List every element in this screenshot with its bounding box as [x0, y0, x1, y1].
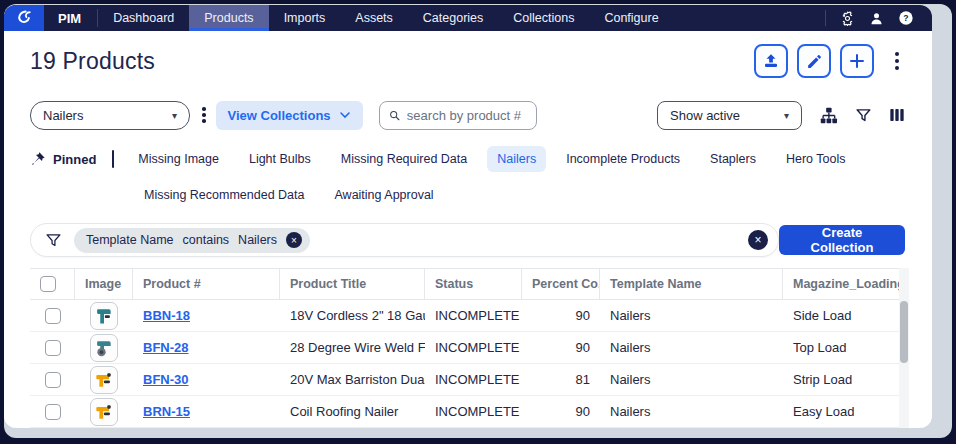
- columns-icon[interactable]: [889, 107, 905, 123]
- template-name-cell: Nailers: [600, 300, 783, 332]
- product-title-cell: 20V Max Barriston Dual ...: [280, 364, 425, 396]
- filter-chip: Template Name contains Nailers ×: [74, 228, 310, 253]
- magazine-loading-cell: Top Load: [783, 332, 899, 364]
- app-card: PIM Dashboard Products Imports Assets Ca…: [4, 5, 932, 428]
- product-link[interactable]: BRN-15: [143, 404, 190, 419]
- product-number-cell: BBN-18: [133, 300, 280, 332]
- tab-missing-recommended-data[interactable]: Missing Recommended Data: [134, 182, 315, 208]
- product-link[interactable]: BBN-18: [143, 308, 190, 323]
- filter-funnel-icon[interactable]: [855, 107, 872, 124]
- product-image-cell: [75, 300, 133, 332]
- svg-text:?: ?: [903, 13, 908, 23]
- settings-gear-icon[interactable]: [840, 11, 855, 26]
- user-profile-icon[interactable]: [869, 11, 884, 26]
- more-actions-menu[interactable]: [889, 48, 905, 74]
- tab-incomplete-products[interactable]: Incomplete Products: [556, 146, 690, 172]
- tab-staplers[interactable]: Staplers: [700, 146, 766, 172]
- select-all-cell: [30, 268, 75, 300]
- filter-chip-field: Template Name: [86, 233, 174, 247]
- app-window: PIM Dashboard Products Imports Assets Ca…: [4, 4, 952, 438]
- product-number-cell: BFN-30: [133, 364, 280, 396]
- col-header-product-title[interactable]: Product Title: [280, 268, 425, 300]
- row-select-cell: [30, 332, 75, 364]
- product-thumbnail[interactable]: [90, 398, 118, 426]
- col-header-percent-complete[interactable]: Percent Co...: [522, 268, 600, 300]
- nav-item-categories[interactable]: Categories: [408, 5, 498, 31]
- chevron-down-icon: [339, 109, 351, 121]
- view-collections-button[interactable]: View Collections: [216, 101, 363, 130]
- nav-item-products[interactable]: Products: [189, 5, 268, 31]
- product-thumbnail[interactable]: [90, 366, 118, 394]
- row-checkbox[interactable]: [45, 404, 61, 420]
- status-cell: INCOMPLETE: [425, 396, 522, 428]
- nav-item-configure[interactable]: Configure: [589, 5, 673, 31]
- tab-missing-image[interactable]: Missing Image: [128, 146, 229, 172]
- product-title-cell: 28 Degree Wire Weld Fra...: [280, 332, 425, 364]
- status-cell: INCOMPLETE: [425, 300, 522, 332]
- nav-item-imports[interactable]: Imports: [269, 5, 341, 31]
- tab-awaiting-approval[interactable]: Awaiting Approval: [325, 182, 444, 208]
- pencil-icon: [806, 53, 823, 70]
- scrollbar-thumb[interactable]: [900, 301, 908, 363]
- select-all-checkbox[interactable]: [40, 276, 56, 292]
- percent-cell: 90: [522, 332, 600, 364]
- col-header-magazine-loading[interactable]: Magazine_Loading: [783, 268, 899, 300]
- nav-item-assets[interactable]: Assets: [340, 5, 408, 31]
- product-thumbnail[interactable]: [90, 334, 118, 362]
- saved-view-select[interactable]: Nailers ▾: [30, 101, 190, 130]
- show-active-select[interactable]: Show active ▾: [657, 101, 802, 130]
- product-thumbnail[interactable]: [90, 302, 118, 330]
- edit-button[interactable]: [797, 44, 831, 78]
- filter-chip-operator: contains: [183, 233, 230, 247]
- product-image-cell: [75, 332, 133, 364]
- row-select-cell: [30, 364, 75, 396]
- page-title: 19 Products: [30, 48, 155, 75]
- product-search: [379, 101, 537, 130]
- nav-item-dashboard[interactable]: Dashboard: [98, 5, 189, 31]
- caret-down-icon: ▾: [784, 110, 789, 121]
- col-header-status[interactable]: Status: [425, 268, 522, 300]
- product-image-cell: [75, 364, 133, 396]
- remove-filter-icon[interactable]: ×: [286, 232, 302, 248]
- col-header-product-number[interactable]: Product #: [133, 268, 280, 300]
- product-title-cell: Coil Roofing Nailer: [280, 396, 425, 428]
- percent-cell: 90: [522, 396, 600, 428]
- nav-item-collections[interactable]: Collections: [498, 5, 589, 31]
- magazine-loading-cell: Easy Load: [783, 396, 899, 428]
- col-header-template-name[interactable]: Template Name: [600, 268, 783, 300]
- col-header-image[interactable]: Image: [75, 268, 133, 300]
- tab-hero-tools[interactable]: Hero Tools: [776, 146, 856, 172]
- row-checkbox[interactable]: [45, 372, 61, 388]
- row-checkbox[interactable]: [45, 308, 61, 324]
- help-icon[interactable]: ?: [898, 10, 914, 26]
- search-icon: [389, 109, 400, 122]
- table-scrollbar[interactable]: [899, 268, 909, 428]
- row-checkbox[interactable]: [45, 340, 61, 356]
- nav-divider: [825, 10, 826, 26]
- product-link[interactable]: BFN-28: [143, 340, 189, 355]
- percent-cell: 90: [522, 300, 600, 332]
- tab-light-bulbs[interactable]: Light Bulbs: [239, 146, 321, 172]
- tab-nailers[interactable]: Nailers: [487, 146, 546, 172]
- saved-view-value: Nailers: [43, 108, 83, 123]
- template-name-cell: Nailers: [600, 332, 783, 364]
- row-select-cell: [30, 300, 75, 332]
- pinned-section: Pinned: [30, 151, 96, 167]
- template-name-cell: Nailers: [600, 396, 783, 428]
- product-link[interactable]: BFN-30: [143, 372, 189, 387]
- upload-button[interactable]: [754, 44, 788, 78]
- clear-filters-icon[interactable]: ×: [748, 230, 768, 250]
- hierarchy-icon[interactable]: [819, 107, 838, 124]
- view-options-menu[interactable]: [202, 107, 206, 123]
- filter-funnel-icon: [45, 232, 62, 249]
- add-product-button[interactable]: [840, 44, 874, 78]
- pinned-label: Pinned: [53, 152, 96, 167]
- app-logo[interactable]: [4, 5, 44, 31]
- status-cell: INCOMPLETE: [425, 364, 522, 396]
- top-navbar: PIM Dashboard Products Imports Assets Ca…: [4, 5, 932, 31]
- tab-missing-required-data[interactable]: Missing Required Data: [331, 146, 477, 172]
- logo-icon: [14, 9, 34, 27]
- create-collection-button[interactable]: Create Collection: [779, 225, 905, 255]
- product-number-cell: BRN-15: [133, 396, 280, 428]
- search-input[interactable]: [407, 108, 527, 123]
